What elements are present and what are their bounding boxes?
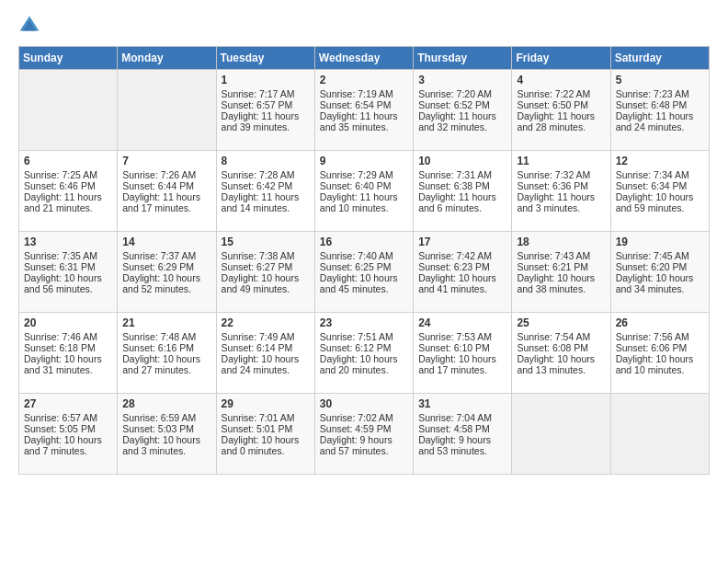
day-number: 29 bbox=[222, 397, 310, 410]
calendar-cell bbox=[512, 394, 610, 475]
sunset: Sunset: 6:12 PM bbox=[320, 342, 392, 353]
sunset: Sunset: 5:03 PM bbox=[122, 423, 194, 434]
calendar-cell: 12 Sunrise: 7:34 AM Sunset: 6:34 PM Dayl… bbox=[610, 151, 709, 232]
sunset: Sunset: 6:08 PM bbox=[517, 342, 588, 353]
header bbox=[18, 15, 710, 37]
day-number: 8 bbox=[222, 155, 310, 167]
day-number: 2 bbox=[320, 74, 408, 86]
daylight: Daylight: 11 hours and 3 minutes. bbox=[517, 191, 595, 213]
weekday-header-monday: Monday bbox=[118, 47, 216, 70]
weekday-header-thursday: Thursday bbox=[414, 47, 512, 70]
day-number: 23 bbox=[320, 316, 408, 329]
sunset: Sunset: 6:25 PM bbox=[320, 261, 392, 272]
logo-icon bbox=[18, 15, 40, 37]
daylight: Daylight: 9 hours and 57 minutes. bbox=[320, 434, 392, 456]
sunrise: Sunrise: 7:43 AM bbox=[517, 250, 590, 261]
calendar-cell bbox=[19, 70, 118, 151]
calendar-cell: 4 Sunrise: 7:22 AM Sunset: 6:50 PM Dayli… bbox=[512, 70, 610, 151]
logo bbox=[18, 15, 44, 37]
day-number: 25 bbox=[517, 316, 605, 329]
sunset: Sunset: 6:23 PM bbox=[418, 261, 490, 272]
day-number: 30 bbox=[320, 397, 408, 410]
daylight: Daylight: 11 hours and 17 minutes. bbox=[122, 191, 200, 213]
sunset: Sunset: 6:18 PM bbox=[24, 342, 96, 353]
daylight: Daylight: 10 hours and 13 minutes. bbox=[517, 353, 595, 375]
day-number: 7 bbox=[122, 155, 210, 167]
weekday-header-sunday: Sunday bbox=[19, 47, 118, 70]
sunrise: Sunrise: 7:51 AM bbox=[320, 331, 393, 342]
sunrise: Sunrise: 7:31 AM bbox=[418, 169, 492, 180]
weekday-header-tuesday: Tuesday bbox=[216, 47, 314, 70]
calendar-table: SundayMondayTuesdayWednesdayThursdayFrid… bbox=[18, 46, 710, 475]
sunrise: Sunrise: 7:53 AM bbox=[418, 331, 492, 342]
day-number: 26 bbox=[616, 316, 704, 329]
sunrise: Sunrise: 7:29 AM bbox=[320, 169, 393, 180]
day-number: 31 bbox=[418, 397, 506, 410]
sunrise: Sunrise: 7:34 AM bbox=[616, 169, 689, 180]
calendar-cell: 1 Sunrise: 7:17 AM Sunset: 6:57 PM Dayli… bbox=[216, 70, 314, 151]
sunrise: Sunrise: 7:49 AM bbox=[222, 331, 295, 342]
sunset: Sunset: 6:36 PM bbox=[517, 180, 588, 191]
daylight: Daylight: 10 hours and 45 minutes. bbox=[320, 272, 398, 294]
calendar-week-4: 20 Sunrise: 7:46 AM Sunset: 6:18 PM Dayl… bbox=[19, 313, 710, 394]
sunset: Sunset: 6:38 PM bbox=[418, 180, 490, 191]
day-number: 28 bbox=[122, 397, 210, 410]
sunset: Sunset: 6:31 PM bbox=[24, 261, 96, 272]
calendar-cell: 15 Sunrise: 7:38 AM Sunset: 6:27 PM Dayl… bbox=[216, 232, 314, 313]
daylight: Daylight: 11 hours and 6 minutes. bbox=[418, 191, 496, 213]
day-number: 1 bbox=[222, 74, 310, 86]
day-number: 6 bbox=[24, 155, 112, 167]
calendar-cell: 24 Sunrise: 7:53 AM Sunset: 6:10 PM Dayl… bbox=[414, 313, 512, 394]
day-number: 13 bbox=[24, 236, 112, 248]
calendar-cell: 25 Sunrise: 7:54 AM Sunset: 6:08 PM Dayl… bbox=[512, 313, 610, 394]
calendar-cell: 27 Sunrise: 6:57 AM Sunset: 5:05 PM Dayl… bbox=[19, 394, 118, 475]
daylight: Daylight: 10 hours and 17 minutes. bbox=[418, 353, 496, 375]
daylight: Daylight: 10 hours and 59 minutes. bbox=[616, 191, 694, 213]
day-number: 21 bbox=[122, 316, 210, 329]
daylight: Daylight: 11 hours and 24 minutes. bbox=[616, 110, 694, 132]
calendar-cell: 28 Sunrise: 6:59 AM Sunset: 5:03 PM Dayl… bbox=[118, 394, 216, 475]
day-number: 17 bbox=[418, 236, 506, 248]
sunrise: Sunrise: 7:56 AM bbox=[616, 331, 689, 342]
sunset: Sunset: 6:54 PM bbox=[320, 99, 392, 110]
sunset: Sunset: 6:40 PM bbox=[320, 180, 392, 191]
sunrise: Sunrise: 7:54 AM bbox=[517, 331, 590, 342]
sunrise: Sunrise: 7:22 AM bbox=[517, 88, 590, 99]
daylight: Daylight: 11 hours and 14 minutes. bbox=[222, 191, 300, 213]
daylight: Daylight: 11 hours and 32 minutes. bbox=[418, 110, 496, 132]
sunset: Sunset: 6:16 PM bbox=[122, 342, 194, 353]
day-number: 11 bbox=[517, 155, 605, 167]
calendar-cell: 10 Sunrise: 7:31 AM Sunset: 6:38 PM Dayl… bbox=[414, 151, 512, 232]
sunrise: Sunrise: 7:48 AM bbox=[122, 331, 196, 342]
weekday-header-row: SundayMondayTuesdayWednesdayThursdayFrid… bbox=[19, 47, 710, 70]
page-container: SundayMondayTuesdayWednesdayThursdayFrid… bbox=[0, 0, 728, 493]
calendar-cell: 6 Sunrise: 7:25 AM Sunset: 6:46 PM Dayli… bbox=[19, 151, 118, 232]
daylight: Daylight: 9 hours and 53 minutes. bbox=[418, 434, 491, 456]
sunrise: Sunrise: 7:46 AM bbox=[24, 331, 97, 342]
sunrise: Sunrise: 7:02 AM bbox=[320, 412, 393, 423]
sunrise: Sunrise: 7:45 AM bbox=[616, 250, 689, 261]
day-number: 5 bbox=[616, 74, 704, 86]
calendar-cell bbox=[610, 394, 709, 475]
calendar-week-2: 6 Sunrise: 7:25 AM Sunset: 6:46 PM Dayli… bbox=[19, 151, 710, 232]
calendar-cell: 16 Sunrise: 7:40 AM Sunset: 6:25 PM Dayl… bbox=[314, 232, 413, 313]
calendar-cell: 3 Sunrise: 7:20 AM Sunset: 6:52 PM Dayli… bbox=[414, 70, 512, 151]
weekday-header-saturday: Saturday bbox=[610, 47, 709, 70]
calendar-cell: 22 Sunrise: 7:49 AM Sunset: 6:14 PM Dayl… bbox=[216, 313, 314, 394]
sunset: Sunset: 6:44 PM bbox=[122, 180, 194, 191]
daylight: Daylight: 10 hours and 20 minutes. bbox=[320, 353, 398, 375]
calendar-cell: 19 Sunrise: 7:45 AM Sunset: 6:20 PM Dayl… bbox=[610, 232, 709, 313]
weekday-header-wednesday: Wednesday bbox=[314, 47, 413, 70]
calendar-cell: 2 Sunrise: 7:19 AM Sunset: 6:54 PM Dayli… bbox=[314, 70, 413, 151]
calendar-cell: 9 Sunrise: 7:29 AM Sunset: 6:40 PM Dayli… bbox=[314, 151, 413, 232]
sunset: Sunset: 4:59 PM bbox=[320, 423, 392, 434]
sunset: Sunset: 6:20 PM bbox=[616, 261, 688, 272]
sunrise: Sunrise: 7:42 AM bbox=[418, 250, 492, 261]
daylight: Daylight: 10 hours and 24 minutes. bbox=[222, 353, 300, 375]
sunrise: Sunrise: 7:38 AM bbox=[222, 250, 295, 261]
sunset: Sunset: 6:52 PM bbox=[418, 99, 490, 110]
calendar-cell: 11 Sunrise: 7:32 AM Sunset: 6:36 PM Dayl… bbox=[512, 151, 610, 232]
day-number: 19 bbox=[616, 236, 704, 248]
sunset: Sunset: 6:50 PM bbox=[517, 99, 588, 110]
calendar-cell: 30 Sunrise: 7:02 AM Sunset: 4:59 PM Dayl… bbox=[314, 394, 413, 475]
